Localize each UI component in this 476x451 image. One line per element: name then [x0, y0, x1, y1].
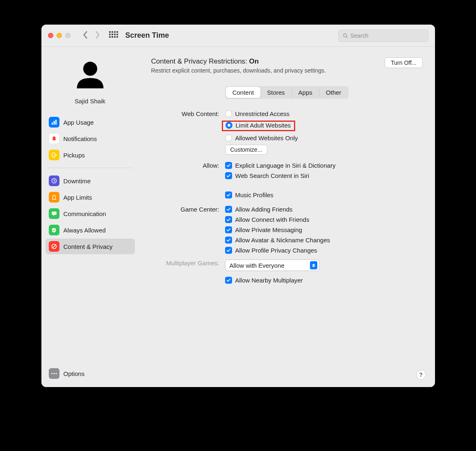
game-center-label: Game Center:: [151, 206, 225, 254]
check-web-search-siri[interactable]: Web Search Content in Siri: [225, 172, 423, 179]
sidebar-item-downtime[interactable]: Downtime: [46, 173, 135, 189]
svg-rect-4: [53, 121, 55, 125]
content-privacy-icon: [49, 241, 59, 252]
search-input[interactable]: [350, 32, 424, 39]
show-all-icon[interactable]: [109, 31, 118, 40]
sidebar-item-app-usage[interactable]: App Usage: [46, 114, 135, 130]
svg-rect-3: [52, 123, 53, 125]
multiplayer-label: Multiplayer Games:: [151, 260, 225, 284]
always-allowed-icon: [49, 225, 59, 235]
tab-content[interactable]: Content: [226, 87, 261, 98]
checkbox-icon: [225, 191, 232, 198]
turn-off-button[interactable]: Turn Off...: [385, 57, 422, 68]
sidebar-item-label: App Usage: [64, 119, 94, 126]
sidebar-item-communication[interactable]: Communication: [46, 206, 135, 221]
check-label: Allow Adding Friends: [235, 206, 293, 213]
radio-icon: [225, 110, 232, 117]
check-label: Allow Nearby Multiplayer: [235, 277, 303, 284]
multiplayer-select[interactable]: Allow with Everyone: [225, 260, 319, 271]
app-limits-icon: [49, 192, 59, 203]
check-adding-friends[interactable]: Allow Adding Friends: [225, 206, 423, 213]
check-connect-friends[interactable]: Allow Connect with Friends: [225, 216, 423, 223]
svg-rect-10: [52, 212, 57, 215]
user-name: Sajid Shaik: [75, 98, 105, 105]
svg-point-15: [55, 373, 57, 374]
minimize-button[interactable]: [57, 33, 62, 38]
check-label: Allow Profile Privacy Changes: [235, 247, 317, 254]
forward-button[interactable]: [95, 31, 100, 40]
sidebar-item-always-allowed[interactable]: Always Allowed: [46, 222, 135, 238]
main-content: Content & Privacy Restrictions: On Restr…: [139, 47, 435, 387]
sidebar-item-label: Pickups: [64, 152, 85, 159]
radio-icon: [225, 134, 232, 141]
svg-point-14: [53, 373, 55, 374]
options-icon: [49, 368, 59, 379]
radio-limit-adult[interactable]: Limit Adult Websites: [225, 122, 291, 129]
svg-rect-7: [52, 153, 55, 157]
sidebar-list: App Usage Notifications Pickups: [46, 114, 135, 254]
checkbox-icon: [225, 237, 232, 244]
downtime-icon: [49, 175, 59, 186]
sidebar: Sajid Shaik App Usage Notifications: [41, 47, 139, 387]
svg-line-1: [346, 36, 347, 38]
svg-line-12: [52, 245, 56, 248]
sidebar-item-label: Downtime: [64, 178, 91, 184]
toolbar: Screen Time: [41, 25, 435, 47]
web-content-label: Web Content:: [151, 110, 225, 155]
select-stepper-icon: [310, 261, 317, 269]
radio-unrestricted[interactable]: Unrestricted Access: [225, 110, 423, 117]
tab-apps[interactable]: Apps: [292, 87, 319, 98]
sidebar-item-label: App Limits: [64, 194, 92, 201]
svg-point-2: [83, 62, 97, 76]
svg-rect-9: [52, 199, 56, 199]
search-icon: [343, 33, 348, 39]
title-value: On: [249, 57, 259, 65]
sidebar-item-app-limits[interactable]: App Limits: [46, 189, 135, 205]
radio-label: Limit Adult Websites: [236, 122, 291, 129]
user-profile: Sajid Shaik: [46, 57, 135, 105]
sidebar-item-label: Options: [64, 370, 85, 377]
help-button[interactable]: ?: [416, 370, 426, 380]
allow-label: Allow:: [151, 162, 225, 198]
radio-label: Allowed Websites Only: [235, 134, 298, 141]
sidebar-item-pickups[interactable]: Pickups: [46, 147, 135, 163]
check-nearby-multiplayer[interactable]: Allow Nearby Multiplayer: [225, 277, 423, 284]
search-field[interactable]: [338, 30, 428, 42]
checkbox-icon: [225, 162, 232, 169]
check-profile-privacy[interactable]: Allow Profile Privacy Changes: [225, 247, 423, 254]
nav-arrows: [83, 31, 100, 40]
tab-stores[interactable]: Stores: [260, 87, 291, 98]
check-explicit-language[interactable]: Explicit Language in Siri & Dictionary: [225, 162, 423, 169]
sidebar-item-label: Always Allowed: [64, 227, 106, 234]
sidebar-item-notifications[interactable]: Notifications: [46, 131, 135, 146]
notifications-icon: [49, 133, 59, 144]
svg-point-6: [53, 140, 54, 141]
preferences-window: Screen Time Sajid Shaik App Us: [41, 25, 435, 387]
tab-other[interactable]: Other: [319, 87, 348, 98]
back-button[interactable]: [83, 31, 88, 40]
close-button[interactable]: [48, 33, 53, 38]
page-title: Content & Privacy Restrictions: On: [151, 57, 326, 66]
checkbox-icon: [225, 216, 232, 223]
radio-allowed-only[interactable]: Allowed Websites Only: [225, 134, 423, 141]
check-label: Music Profiles: [235, 191, 273, 198]
radio-label: Unrestricted Access: [235, 110, 290, 117]
svg-rect-5: [55, 120, 57, 125]
check-music-profiles[interactable]: Music Profiles: [225, 191, 423, 198]
sidebar-item-content-privacy[interactable]: Content & Privacy: [46, 239, 135, 254]
checkbox-icon: [225, 226, 232, 233]
toolbar-title: Screen Time: [125, 31, 169, 40]
page-subtitle: Restrict explicit content, purchases, do…: [151, 67, 326, 74]
sidebar-item-label: Notifications: [64, 135, 97, 142]
app-usage-icon: [49, 117, 59, 128]
sidebar-item-options[interactable]: Options: [46, 366, 135, 381]
check-label: Allow Avatar & Nickname Changes: [235, 237, 330, 244]
tabs: Content Stores Apps Other: [225, 86, 349, 99]
check-avatar-nickname[interactable]: Allow Avatar & Nickname Changes: [225, 237, 423, 244]
checkbox-icon: [225, 172, 232, 179]
check-private-messaging[interactable]: Allow Private Messaging: [225, 226, 423, 233]
customize-button[interactable]: Customize...: [225, 145, 268, 155]
check-label: Allow Private Messaging: [235, 226, 302, 233]
user-avatar-icon: [72, 57, 109, 93]
window-controls: [48, 33, 71, 38]
